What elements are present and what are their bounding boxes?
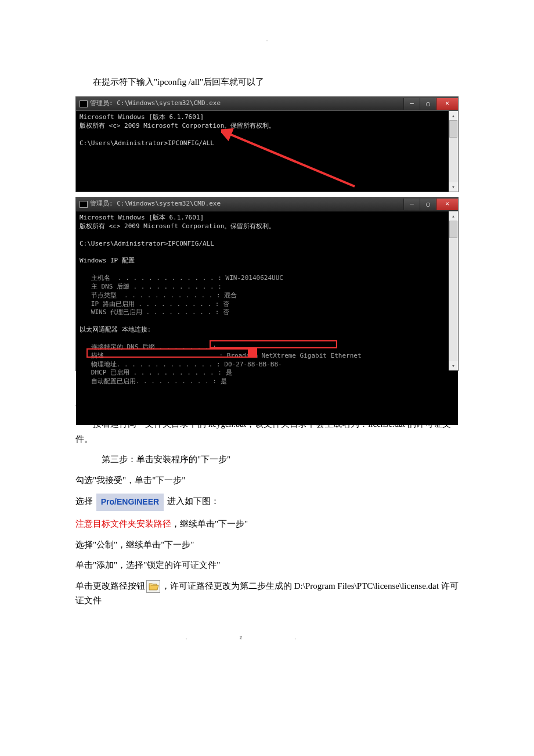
p-add: 单击"添加"，选择"锁定的许可证文件" [75,558,459,573]
footer-dot: . [186,633,240,640]
minimize-button[interactable] [403,199,420,210]
cmd-header: Windows IP 配置 [80,257,135,264]
cmd-line: 节点类型 . . . . . . . . . . . . : 混合 [80,291,237,299]
p-select-pro: 选择 Pro/ENGINEER 进入如下图： [75,494,459,511]
maximize-button[interactable] [420,199,436,210]
scrollbar[interactable]: ▴ ▾ [449,111,458,192]
cmd-prompt: C:\Users\Administrator>IPCONFIG/ALL [80,139,214,147]
scroll-down-icon[interactable]: ▾ [449,182,458,192]
scroll-thumb[interactable] [449,221,457,238]
cmd-line: DHCP 已启用 . . . . . . . . . . . : 是 [80,369,232,376]
change-prefix: 单击更改路径按钮 [75,581,145,591]
page-marker-top: - [75,35,459,46]
red-highlight-box [86,348,249,358]
cmd-line: 版权所有 <c> 2009 Microsoft Corporation。保留所有… [80,122,275,129]
p-warn-path: 注意目标文件夹安装路径，继续单击"下一步" [75,517,459,532]
p-step3: 第三步：单击安装程序的"下一步" [75,452,459,467]
cmd-icon [80,201,88,208]
cmd-titlebar: 管理员: C:\Windows\system32\CMD.exe [76,197,458,211]
close-button[interactable] [436,199,458,210]
p-metric: 选择"公制"，继续单击"下一步" [75,538,459,553]
select-prefix: 选择 [75,497,95,506]
page-footer: .z. [75,632,459,643]
scrollbar[interactable]: ▴ ▾ [449,211,458,370]
cmd-window-2: 管理员: C:\Windows\system32\CMD.exe Microso… [75,197,459,371]
warn-rest: ，继续单击"下一步" [171,519,248,528]
cmd-line: WINS 代理已启用 . . . . . . . . . : 否 [80,308,229,316]
close-button[interactable] [436,98,458,110]
warn-red: 注意目标文件夹安装路径 [75,519,171,528]
cmd-title: 管理员: C:\Windows\system32\CMD.exe [90,98,221,109]
scroll-up-icon[interactable]: ▴ [449,111,458,120]
cmd-window-1: 管理员: C:\Windows\system32\CMD.exe Microso… [75,96,459,192]
intro-text: 在提示符下输入"ipconfig /all"后回车就可以了 [75,75,459,90]
cmd-line: 主机名 . . . . . . . . . . . . . : WIN-2014… [80,274,283,282]
select-suffix: 进入如下图： [167,497,219,506]
cmd-body: Microsoft Windows [版本 6.1.7601] 版权所有 <c>… [76,211,458,425]
cmd-icon [80,100,88,107]
scroll-down-icon[interactable]: ▾ [449,361,458,370]
minimize-button[interactable] [403,98,420,110]
p-change-path: 单击更改路径按钮 ，许可证路径更改为第二步生成的 D:\Program File… [75,579,459,609]
scroll-thumb[interactable] [449,120,457,138]
cmd-line: 物理地址. . . . . . . . . . . . . : D0-27-88… [80,361,282,368]
red-highlight-desc [210,340,337,348]
scroll-up-icon[interactable]: ▴ [449,211,458,221]
cmd-prompt: C:\Users\Administrator>IPCONFIG/ALL [80,240,214,247]
cmd-line: Microsoft Windows [版本 6.1.7601] [80,113,204,121]
red-arrow-icon [221,128,360,192]
folder-open-icon[interactable] [146,580,160,593]
cmd-titlebar: 管理员: C:\Windows\system32\CMD.exe [76,97,458,111]
cmd-line: 主 DNS 后缀 . . . . . . . . . . . : [80,283,222,290]
cmd-line: IP 路由已启用 . . . . . . . . . . : 否 [80,300,229,308]
pro-engineer-badge: Pro/ENGINEER [96,494,164,511]
footer-z: z. [240,633,349,640]
cmd-line: 版权所有 <c> 2009 Microsoft Corporation。保留所有… [80,222,275,230]
cmd-adapter-header: 以太网适配器 本地连接: [80,326,151,333]
svg-line-0 [227,133,355,186]
cmd-line: 自动配置已启用. . . . . . . . . . : 是 [80,377,227,385]
red-highlight-box-small [249,348,257,358]
cmd-line: Microsoft Windows [版本 6.1.7601] [80,214,204,221]
cmd-body: Microsoft Windows [版本 6.1.7601] 版权所有 <c>… [76,111,458,178]
p-accept: 勾选"我接受"，单击"下一步" [75,473,459,488]
cmd-title: 管理员: C:\Windows\system32\CMD.exe [90,199,221,210]
maximize-button[interactable] [420,98,436,110]
